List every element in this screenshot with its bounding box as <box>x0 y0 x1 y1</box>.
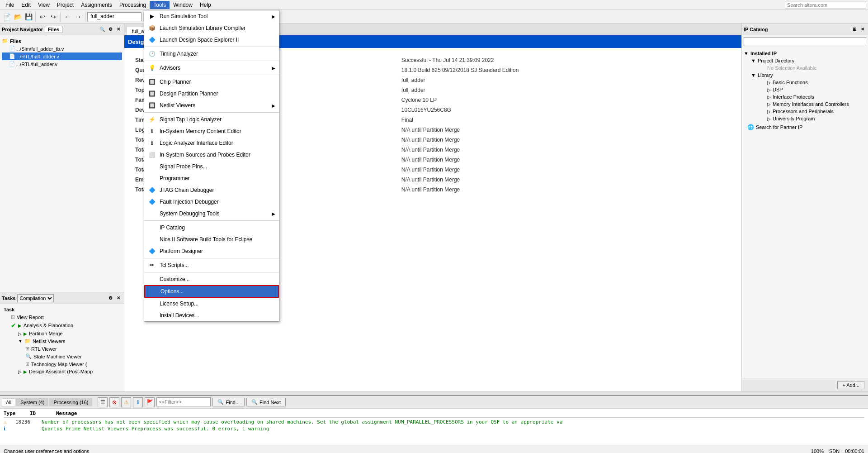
dd-icon-options <box>149 287 157 296</box>
dd-arrow-sys-debug: ▶ <box>272 211 275 216</box>
dd-item-label-options: Options... <box>160 288 274 295</box>
dd-item-ip-catalog[interactable]: IP Catalog <box>144 222 279 234</box>
dd-icon-signal-probe <box>148 162 156 171</box>
dd-icon-run-sim: ▶ <box>148 12 156 20</box>
dd-item-label-mem-editor: In-System Memory Content Editor <box>160 128 275 134</box>
dd-item-label-install-devices: Install Devices... <box>160 312 275 319</box>
dd-separator <box>144 61 279 61</box>
dd-icon-programmer <box>148 174 156 182</box>
dd-item-sim-lib[interactable]: 📦Launch Simulation Library Compiler <box>144 22 279 34</box>
dd-item-advisors[interactable]: 💡Advisors▶ <box>144 62 279 74</box>
dd-icon-license-setup <box>148 300 156 308</box>
dropdown-items: ▶Run Simulation Tool▶📦Launch Simulation … <box>144 10 279 321</box>
dd-separator <box>144 258 279 258</box>
dd-item-signal-probe[interactable]: Signal Probe Pins... <box>144 161 279 172</box>
dd-separator <box>144 75 279 75</box>
dd-item-license-setup[interactable]: License Setup... <box>144 298 279 310</box>
dd-item-customize[interactable]: Customize... <box>144 273 279 285</box>
dd-item-label-fault-inject: Fault Injection Debugger <box>160 199 275 205</box>
dd-icon-sim-lib: 📦 <box>148 24 156 32</box>
dd-item-jtag[interactable]: 🔷JTAG Chain Debugger <box>144 184 279 196</box>
dd-item-label-run-sim: Run Simulation Tool <box>160 13 268 19</box>
dd-item-programmer[interactable]: Programmer <box>144 172 279 184</box>
dd-item-run-sim[interactable]: ▶Run Simulation Tool▶ <box>144 10 279 22</box>
dd-item-nios-eclipse[interactable]: Nios II Software Build Tools for Eclipse <box>144 234 279 245</box>
dd-item-sources-probes[interactable]: ⬜In-System Sources and Probes Editor <box>144 149 279 161</box>
dd-icon-platform-designer: 🔷 <box>148 247 156 255</box>
dd-item-label-tcl-scripts: Tcl Scripts... <box>160 262 275 268</box>
menu-overlay[interactable] <box>0 0 868 453</box>
dd-arrow-run-sim: ▶ <box>272 14 275 19</box>
dd-icon-chip-planner: 🔲 <box>148 78 156 86</box>
dd-separator <box>144 47 279 47</box>
dd-item-label-signal-probe: Signal Probe Pins... <box>160 163 275 170</box>
dd-arrow-advisors: ▶ <box>272 66 275 71</box>
dd-icon-tcl-scripts: ✏ <box>148 261 156 269</box>
dd-item-design-partition[interactable]: 🔲Design Partition Planner <box>144 88 279 100</box>
dd-item-platform-designer[interactable]: 🔷Platform Designer <box>144 245 279 257</box>
dd-item-label-jtag: JTAG Chain Debugger <box>160 187 275 193</box>
dd-item-label-dse: Launch Design Space Explorer II <box>160 37 275 43</box>
dd-icon-sources-probes: ⬜ <box>148 151 156 159</box>
dd-separator <box>144 272 279 272</box>
dd-item-label-timing: Timing Analyzer <box>160 51 275 57</box>
dd-icon-logic-analyzer: ℹ <box>148 139 156 147</box>
dd-item-label-chip-planner: Chip Planner <box>160 79 275 85</box>
dd-item-label-platform-designer: Platform Designer <box>160 248 275 254</box>
dd-separator <box>144 220 279 221</box>
dd-item-logic-analyzer[interactable]: ℹLogic Analyzer Interface Editor <box>144 137 279 149</box>
dd-icon-signal-tap: ⚡ <box>148 115 156 124</box>
dd-icon-jtag: 🔷 <box>148 186 156 194</box>
dd-item-label-customize: Customize... <box>160 276 275 282</box>
dd-item-tcl-scripts[interactable]: ✏Tcl Scripts... <box>144 259 279 271</box>
dd-item-netlist[interactable]: 🔲Netlist Viewers▶ <box>144 100 279 111</box>
dd-item-signal-tap[interactable]: ⚡Signal Tap Logic Analyzer <box>144 114 279 125</box>
dd-item-label-netlist: Netlist Viewers <box>160 102 268 109</box>
dd-item-label-license-setup: License Setup... <box>160 300 275 307</box>
dd-icon-sys-debug <box>148 210 156 218</box>
dd-item-label-design-partition: Design Partition Planner <box>160 91 275 97</box>
dd-icon-advisors: 💡 <box>148 64 156 72</box>
dd-icon-nios-eclipse <box>148 235 156 243</box>
dd-item-timing[interactable]: 🕐Timing Analyzer <box>144 48 279 60</box>
dd-item-label-sim-lib: Launch Simulation Library Compiler <box>160 25 275 31</box>
dd-arrow-netlist: ▶ <box>272 103 275 108</box>
dd-item-label-sources-probes: In-System Sources and Probes Editor <box>160 152 275 158</box>
dd-item-fault-inject[interactable]: 🔷Fault Injection Debugger <box>144 196 279 208</box>
dd-item-sys-debug[interactable]: System Debugging Tools▶ <box>144 208 279 219</box>
dd-item-label-ip-catalog: IP Catalog <box>160 224 275 231</box>
dd-item-label-programmer: Programmer <box>160 175 275 181</box>
dd-item-dse[interactable]: 🔷Launch Design Space Explorer II <box>144 34 279 46</box>
tools-dropdown-menu: ▶Run Simulation Tool▶📦Launch Simulation … <box>144 10 279 322</box>
dd-icon-install-devices <box>148 311 156 319</box>
dd-item-chip-planner[interactable]: 🔲Chip Planner <box>144 76 279 88</box>
dd-icon-dse: 🔷 <box>148 36 156 44</box>
dd-item-label-signal-tap: Signal Tap Logic Analyzer <box>160 116 275 123</box>
dd-icon-design-partition: 🔲 <box>148 90 156 98</box>
dd-item-label-logic-analyzer: Logic Analyzer Interface Editor <box>160 140 275 146</box>
dd-icon-mem-editor: ℹ <box>148 127 156 135</box>
dd-icon-fault-inject: 🔷 <box>148 198 156 206</box>
dd-item-label-advisors: Advisors <box>160 65 268 71</box>
dd-separator <box>144 112 279 113</box>
dd-item-label-sys-debug: System Debugging Tools <box>160 210 268 217</box>
dd-item-mem-editor[interactable]: ℹIn-System Memory Content Editor <box>144 125 279 137</box>
dd-icon-netlist: 🔲 <box>148 101 156 110</box>
dd-item-label-nios-eclipse: Nios II Software Build Tools for Eclipse <box>160 236 275 243</box>
dd-icon-customize <box>148 275 156 283</box>
dd-item-options[interactable]: Options... <box>144 285 279 298</box>
dd-icon-timing: 🕐 <box>148 50 156 58</box>
dd-item-install-devices[interactable]: Install Devices... <box>144 310 279 321</box>
dd-icon-ip-catalog <box>148 224 156 232</box>
